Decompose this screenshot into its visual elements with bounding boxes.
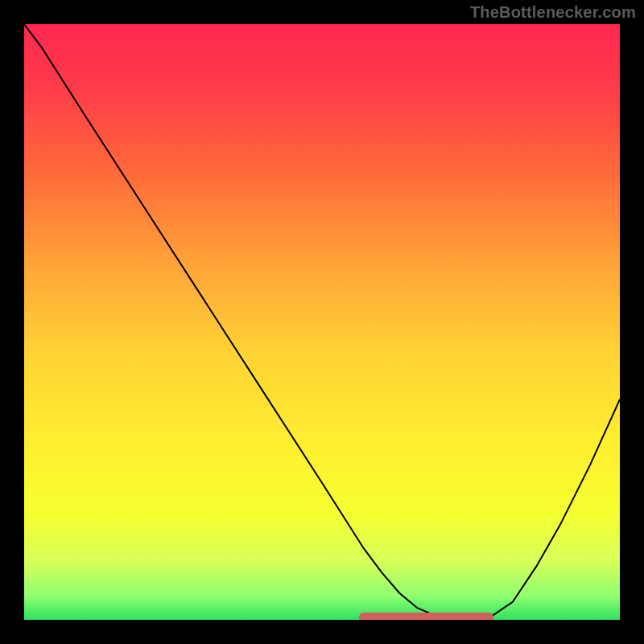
chart-svg (24, 24, 620, 620)
gradient-background (24, 24, 620, 620)
watermark-text: TheBottlenecker.com (470, 3, 636, 22)
chart-plot-area (24, 24, 620, 620)
